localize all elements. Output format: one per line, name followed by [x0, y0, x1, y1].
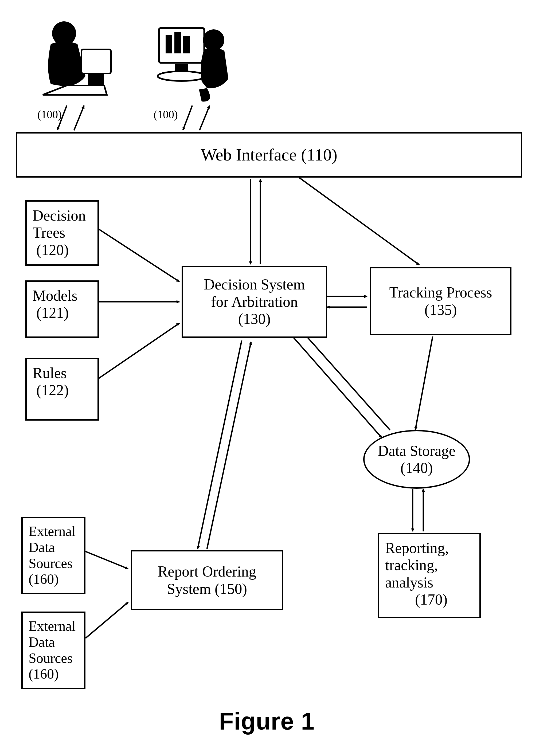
models-label: Models (121)	[32, 287, 77, 322]
svg-line-17	[86, 551, 128, 569]
svg-line-18	[86, 602, 128, 638]
svg-rect-23	[88, 74, 104, 85]
external-source-a-label: External Data Sources (160)	[28, 523, 75, 587]
web-interface-title: Web Interface (110)	[201, 145, 337, 165]
decision-system-title: Decision System for Arbitration (130)	[204, 276, 305, 327]
svg-line-15	[198, 341, 242, 549]
svg-rect-22	[82, 49, 111, 73]
svg-rect-26	[174, 32, 181, 53]
models-box: Models (121)	[25, 280, 99, 338]
user-left-icon	[35, 15, 115, 103]
svg-line-12	[415, 337, 433, 430]
external-source-a-box: External Data Sources (160)	[21, 517, 86, 594]
data-storage-ellipse: Data Storage (140)	[363, 430, 470, 489]
rules-label: Rules (122)	[32, 365, 69, 399]
user-right-label: (100)	[154, 108, 178, 121]
external-source-b-label: External Data Sources (160)	[28, 618, 75, 682]
svg-line-14	[303, 333, 390, 430]
svg-line-6	[299, 178, 419, 265]
decision-trees-label: Decision Trees (120)	[32, 207, 86, 258]
rules-box: Rules (122)	[25, 358, 99, 420]
external-source-b-box: External Data Sources (160)	[21, 612, 86, 689]
reporting-title: Reporting, tracking, analysis (170)	[385, 540, 449, 608]
user-left-label: (100)	[38, 108, 62, 121]
report-ordering-title: Report Ordering System (150)	[158, 563, 256, 597]
report-ordering-box: Report Ordering System (150)	[131, 550, 283, 610]
svg-line-1	[74, 106, 84, 130]
svg-line-16	[207, 342, 251, 549]
user-right-icon	[151, 15, 239, 103]
svg-line-13	[294, 338, 382, 438]
data-storage-title: Data Storage (140)	[378, 442, 456, 477]
svg-rect-28	[175, 64, 188, 71]
svg-rect-27	[183, 36, 190, 53]
decision-trees-box: Decision Trees (120)	[25, 200, 99, 266]
tracking-process-title: Tracking Process (135)	[389, 284, 492, 318]
svg-point-30	[203, 29, 224, 51]
svg-line-9	[97, 323, 179, 379]
svg-line-7	[97, 228, 179, 282]
reporting-box: Reporting, tracking, analysis (170)	[378, 533, 481, 618]
svg-point-29	[158, 71, 206, 81]
decision-system-box: Decision System for Arbitration (130)	[182, 266, 327, 338]
svg-line-3	[200, 106, 210, 130]
figure-1-diagram: (100) (100) Web Interface (110) Decision…	[0, 0, 559, 756]
web-interface-box: Web Interface (110)	[16, 132, 522, 178]
figure-title: Figure 1	[219, 708, 315, 735]
tracking-process-box: Tracking Process (135)	[370, 267, 512, 335]
svg-rect-25	[165, 35, 172, 53]
svg-line-2	[183, 106, 192, 130]
